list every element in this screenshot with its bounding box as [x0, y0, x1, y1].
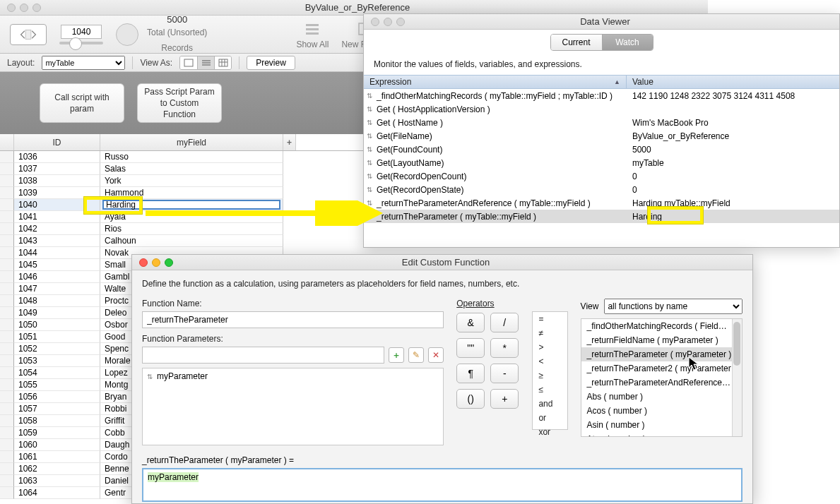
parameter-list[interactable]: ⇅myParameter [142, 368, 444, 445]
zoom-icon[interactable] [165, 258, 173, 267]
comparator-item[interactable]: ≥ [533, 368, 567, 383]
cell-id[interactable]: 1036 [14, 151, 100, 163]
operator-button[interactable]: & [456, 313, 485, 332]
cell-myfield[interactable]: Rios [100, 223, 283, 235]
cell-id[interactable]: 1038 [14, 175, 100, 187]
add-field-button[interactable]: + [283, 134, 296, 150]
function-item[interactable]: _findOtherMatchingRecords ( Field… [581, 319, 742, 333]
parameter-item[interactable]: ⇅myParameter [143, 368, 443, 384]
cell-id[interactable]: 1056 [14, 391, 100, 403]
scrollbar[interactable] [732, 319, 742, 436]
cell-id[interactable]: 1053 [14, 355, 100, 367]
cell-myfield[interactable]: Russo [100, 151, 283, 163]
zoom-icon[interactable] [32, 4, 41, 12]
cell-myfield[interactable]: York [100, 175, 283, 187]
zoom-icon[interactable] [396, 18, 405, 26]
function-item[interactable]: _returnTheParameter2 ( myParameter ) [581, 361, 742, 376]
cell-id[interactable]: 1050 [14, 319, 100, 331]
comparator-item[interactable]: < [533, 354, 567, 368]
function-item[interactable]: _returnFieldName ( myParameter ) [581, 333, 742, 347]
comparator-item[interactable]: ≠ [533, 326, 567, 340]
drag-handle-icon[interactable]: ⇅ [364, 145, 375, 153]
cell-id[interactable]: 1048 [14, 295, 100, 307]
cell-id[interactable]: 1047 [14, 283, 100, 295]
cell-id[interactable]: 1051 [14, 331, 100, 343]
call-script-button[interactable]: Call script with param [40, 83, 124, 123]
cell-id[interactable]: 1062 [14, 463, 100, 475]
cell-id[interactable]: 1044 [14, 247, 100, 259]
function-item[interactable]: _returnTheParameterAndReference… [581, 376, 742, 390]
cell-id[interactable]: 1041 [14, 211, 100, 223]
cell-myfield[interactable]: Calhoun [100, 235, 283, 247]
drag-handle-icon[interactable]: ⇅ [364, 119, 375, 126]
function-item[interactable]: _returnTheParameter ( myParameter ) [581, 347, 742, 361]
operator-button[interactable]: - [490, 364, 519, 383]
cell-id[interactable]: 1055 [14, 379, 100, 391]
cell-id[interactable]: 1054 [14, 367, 100, 379]
cell-id[interactable]: 1057 [14, 403, 100, 415]
cell-id[interactable]: 1049 [14, 307, 100, 319]
function-item[interactable]: Abs ( number ) [581, 390, 742, 404]
view-select[interactable]: all functions by name [604, 299, 743, 314]
cell-id[interactable]: 1060 [14, 439, 100, 451]
view-form-button[interactable] [180, 56, 197, 69]
cell-myfield[interactable]: Salas [100, 163, 283, 175]
cell-id[interactable]: 1052 [14, 343, 100, 355]
drag-handle-icon[interactable]: ⇅ [364, 172, 375, 180]
comparator-item[interactable]: or [533, 411, 567, 425]
watch-row[interactable]: ⇅Get ( HostName )Wim's MacBook Pro [364, 116, 839, 129]
operator-button[interactable]: + [490, 389, 519, 409]
watch-row[interactable]: ⇅Get ( HostApplicationVersion ) [364, 102, 839, 116]
found-set-pie-icon[interactable] [116, 23, 138, 46]
minimize-icon[interactable] [152, 258, 160, 267]
dv-col-value[interactable]: Value [627, 76, 839, 88]
preview-button[interactable]: Preview [247, 56, 295, 70]
drag-handle-icon[interactable]: ⇅ [364, 105, 375, 113]
operator-button[interactable]: * [490, 338, 519, 358]
drag-handle-icon[interactable]: ⇅ [364, 199, 375, 207]
operator-button[interactable]: / [490, 313, 519, 332]
function-item[interactable]: Acos ( number ) [581, 404, 742, 418]
cell-id[interactable]: 1037 [14, 163, 100, 175]
parameter-name-field[interactable] [142, 347, 384, 364]
cell-id[interactable]: 1058 [14, 415, 100, 427]
drag-handle-icon[interactable]: ⇅ [364, 92, 375, 100]
col-id[interactable]: ID [14, 134, 100, 150]
comparison-operators-list[interactable]: =≠><≥≤andorxor [532, 311, 567, 430]
dv-col-expression[interactable]: Expression▲ [364, 76, 627, 88]
watch-row[interactable]: ⇅Get(RecordOpenCount)0 [364, 169, 839, 183]
cell-myfield[interactable]: Ayala [100, 211, 283, 223]
operator-button[interactable]: () [456, 389, 485, 409]
cell-id[interactable]: 1063 [14, 475, 100, 487]
cell-myfield[interactable]: Hammond [100, 187, 283, 199]
close-icon[interactable] [7, 4, 16, 12]
cell-id[interactable]: 1042 [14, 223, 100, 235]
cell-id[interactable]: 1046 [14, 271, 100, 283]
watch-row[interactable]: ⇅Get(FoundCount)5000 [364, 143, 839, 156]
function-list[interactable]: _findOtherMatchingRecords ( Field…_retur… [581, 318, 743, 437]
pass-param-button[interactable]: Pass Script Param to Custom Function [137, 83, 222, 123]
view-list-button[interactable] [197, 56, 214, 69]
watch-row[interactable]: ⇅Get(LayoutName)myTable [364, 156, 839, 169]
record-number-field[interactable]: 1040 [61, 25, 102, 39]
watch-row[interactable]: ⇅Get(RecordOpenState)0 [364, 183, 839, 196]
record-navigator[interactable] [10, 24, 47, 45]
function-name-field[interactable] [142, 311, 444, 328]
drag-handle-icon[interactable]: ⇅ [364, 186, 375, 193]
show-all-button[interactable]: Show All [296, 20, 329, 49]
drag-handle-icon[interactable]: ⇅ [364, 132, 375, 140]
cell-myfield[interactable]: Harding [100, 199, 283, 211]
close-icon[interactable] [139, 258, 148, 267]
tab-current[interactable]: Current [551, 35, 602, 50]
add-parameter-button[interactable]: ＋ [389, 347, 404, 363]
function-item[interactable]: Atan ( number ) [581, 432, 742, 437]
watch-row[interactable]: ⇅_findOtherMatchingRecords ( myTable::my… [364, 89, 839, 102]
calculation-field[interactable]: myParameter [142, 468, 743, 502]
col-myfield[interactable]: myField [100, 134, 283, 150]
comparator-item[interactable]: > [533, 340, 567, 354]
tab-watch[interactable]: Watch [602, 35, 653, 50]
edit-parameter-button[interactable]: ✎ [408, 347, 424, 363]
cell-id[interactable]: 1045 [14, 259, 100, 271]
comparator-item[interactable]: ≤ [533, 383, 567, 397]
minimize-icon[interactable] [384, 18, 392, 26]
